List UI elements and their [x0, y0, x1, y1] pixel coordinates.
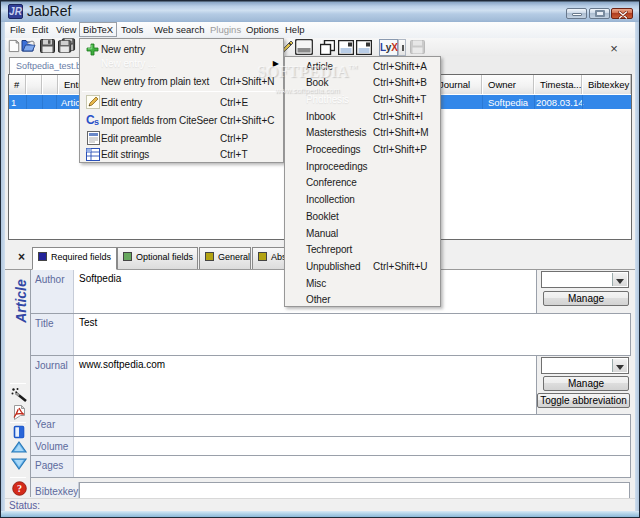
svg-text:?: ? — [17, 483, 22, 494]
